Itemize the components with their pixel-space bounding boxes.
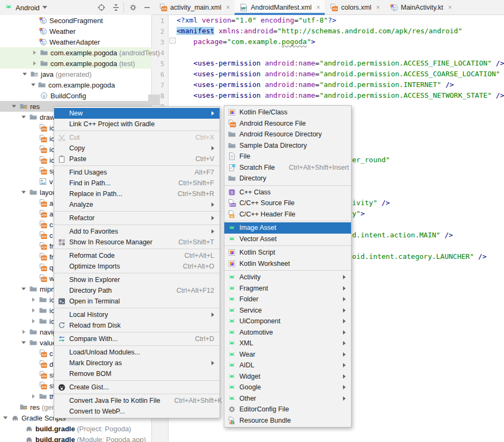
submenu-item-c-c-source-file[interactable]: C++C/C++ Source File — [224, 198, 351, 209]
chevron-down-icon[interactable] — [21, 71, 28, 77]
chevron-down-icon[interactable] — [11, 103, 17, 110]
collapse-all-icon[interactable] — [112, 3, 120, 12]
chevron-right-icon[interactable] — [31, 60, 38, 67]
submenu-item-scratch-file[interactable]: Scratch FileCtrl+Alt+Shift+Insert — [224, 162, 351, 173]
chevron-down-icon[interactable] — [2, 415, 9, 421]
menu-item-convert-to-webp[interactable]: Convert to WebP... — [54, 406, 220, 417]
tree-item-buildconfig[interactable]: cBuildConfig — [0, 90, 152, 101]
submenu-item-directory[interactable]: Directory — [224, 173, 351, 184]
submenu-item-folder[interactable]: Folder — [224, 294, 351, 305]
close-tab-icon[interactable]: × — [316, 4, 320, 11]
menu-item-mark-directory-as[interactable]: Mark Directory as — [54, 358, 220, 368]
submenu-item-image-asset[interactable]: Image Asset — [224, 222, 351, 234]
chevron-right-icon[interactable] — [31, 49, 38, 56]
tree-item-weather[interactable]: CWeather — [0, 26, 152, 37]
submenu-item-sample-data-directory[interactable]: Sample Data Directory — [224, 140, 351, 151]
chevron-right-icon[interactable] — [30, 307, 36, 314]
menu-item-replace-in-path[interactable]: Replace in Path...Ctrl+Shift+R — [54, 189, 220, 199]
tab-activity-main-xml[interactable]: <>activity_main.xml× — [154, 0, 235, 15]
chevron-down-icon[interactable] — [30, 82, 36, 88]
menu-item-find-usages[interactable]: Find UsagesAlt+F7 — [54, 167, 220, 178]
submenu-item-android-resource-directory[interactable]: Android Resource Directory — [224, 129, 351, 140]
submenu-item-c-c-header-file[interactable]: HC/C++ Header File — [224, 209, 351, 220]
menu-item-label: Kotlin Worksheet — [239, 260, 346, 267]
fold-marker-icon[interactable]: - — [170, 38, 176, 44]
submenu-item-widget[interactable]: Widget — [224, 371, 351, 382]
submenu-item-resource-bundle[interactable]: Resource Bundle — [224, 415, 351, 426]
menu-item-reload-from-disk[interactable]: Reload from Disk — [54, 320, 220, 331]
submenu-item-wear[interactable]: Wear — [224, 349, 351, 360]
submenu-item-android-resource-file[interactable]: <>Android Resource File — [224, 118, 351, 129]
menu-item-show-in-resource-manager[interactable]: Show In Resource ManagerCtrl+Shift+T — [54, 237, 220, 248]
tab-androidmanifest-xml[interactable]: MFAndroidManifest.xml× — [235, 0, 325, 15]
android-icon — [228, 235, 237, 243]
submenu-item-aidl[interactable]: AIDL — [224, 360, 351, 371]
menu-item-compare-with[interactable]: Compare With...Ctrl+D — [54, 334, 220, 344]
chevron-right-icon[interactable] — [30, 318, 36, 324]
menu-item-optimize-imports[interactable]: Optimize ImportsCtrl+Alt+O — [54, 261, 220, 272]
hide-panel-icon[interactable] — [143, 3, 151, 12]
menu-item-paste[interactable]: PasteCtrl+V — [54, 154, 220, 164]
submenu-item-file[interactable]: File — [224, 151, 351, 162]
tree-item-com-example-pogoda-test[interactable]: com.example.pogoda (test) — [0, 58, 152, 69]
submenu-item-c-class[interactable]: SC++ Class — [224, 187, 351, 198]
tab-colors-xml[interactable]: <>colors.xml× — [325, 0, 384, 15]
menu-item-show-in-explorer[interactable]: Show in Explorer — [54, 274, 220, 285]
menu-item-label: Folder — [239, 295, 338, 303]
xml-icon: <> — [39, 231, 47, 240]
tree-item-com-example-pogoda[interactable]: com.example.pogoda — [0, 79, 152, 90]
menu-item-reformat-code[interactable]: Reformat CodeCtrl+Alt+L — [54, 250, 220, 261]
submenu-item-kotlin-worksheet[interactable]: Kotlin Worksheet — [224, 258, 351, 270]
menu-item-remove-bom[interactable]: Remove BOM — [54, 368, 220, 379]
menu-item-add-to-favorites[interactable]: Add to Favorites — [54, 226, 220, 237]
menu-item-convert-java-file-to-kotlin-file[interactable]: Convert Java File to Kotlin FileCtrl+Alt… — [54, 395, 220, 406]
chevron-right-icon[interactable] — [30, 296, 36, 303]
submenu-item-activity[interactable]: Activity — [224, 272, 351, 283]
submenu-item-kotlin-file-class[interactable]: Kotlin File/Class — [224, 107, 351, 118]
code-token: = — [273, 27, 277, 35]
submenu-arrow-icon — [343, 341, 346, 345]
chevron-down-icon[interactable] — [20, 286, 27, 292]
tree-item-build-gradle-module-pogoda-app[interactable]: build.gradle (Module: Pogoda.app) — [0, 434, 152, 442]
tree-scrollbar-thumb[interactable] — [148, 95, 160, 105]
menu-item-create-gist[interactable]: Create Gist... — [54, 382, 220, 393]
tree-item-com-example-pogoda-androidtest[interactable]: com.example.pogoda (androidTest) — [0, 47, 152, 58]
submenu-item-vector-asset[interactable]: Vector Asset — [224, 234, 351, 245]
menu-item-find-in-path[interactable]: Find in Path...Ctrl+Shift+F — [54, 178, 220, 189]
submenu-item-service[interactable]: Service — [224, 305, 351, 316]
tree-item-secondfragment[interactable]: CSecondFragment — [0, 15, 152, 26]
tree-item-build-gradle-project-pogoda[interactable]: build.gradle (Project: Pogoda) — [0, 423, 152, 434]
locate-icon[interactable] — [97, 3, 106, 12]
submenu-item-editorconfig-file[interactable]: EditorConfig File — [224, 404, 351, 415]
tree-item-weatheradapter[interactable]: CWeatherAdapter — [0, 37, 152, 47]
submenu-item-xml[interactable]: XML — [224, 338, 351, 349]
submenu-item-automotive[interactable]: Automotive — [224, 327, 351, 338]
submenu-item-uicomponent[interactable]: UiComponent — [224, 316, 351, 327]
menu-item-analyze[interactable]: Analyze — [54, 199, 220, 210]
menu-item-new[interactable]: New — [54, 108, 220, 119]
close-tab-icon[interactable]: × — [448, 4, 452, 11]
close-tab-icon[interactable]: × — [376, 4, 380, 11]
menu-item-copy[interactable]: Copy — [54, 143, 220, 154]
submenu-item-fragment[interactable]: Fragment — [224, 283, 351, 294]
tree-item-java-generated[interactable]: java (generated) — [0, 69, 152, 79]
chevron-right-icon[interactable] — [30, 393, 36, 400]
submenu-item-google[interactable]: Google — [224, 382, 351, 393]
submenu-item-other[interactable]: Other — [224, 393, 351, 404]
chevron-down-icon[interactable] — [20, 189, 27, 195]
project-view-selector[interactable]: Android — [4, 2, 47, 13]
menu-item-cut[interactable]: CutCtrl+X — [54, 132, 220, 143]
tab-mainactivity-kt[interactable]: CMainActivity.kt× — [385, 0, 457, 15]
submenu-item-kotlin-script[interactable]: Kotlin Script — [224, 247, 351, 258]
menu-item-load-unload-modules[interactable]: Load/Unload Modules... — [54, 347, 220, 358]
settings-gear-icon[interactable] — [129, 3, 137, 12]
close-tab-icon[interactable]: × — [226, 4, 230, 11]
menu-item-local-history[interactable]: Local History — [54, 309, 220, 320]
menu-item-link-c-project-with-gradle[interactable]: Link C++ Project with Gradle — [54, 119, 220, 129]
chevron-right-icon[interactable] — [20, 329, 27, 335]
chevron-down-icon[interactable] — [20, 114, 27, 120]
menu-item-refactor[interactable]: Refactor — [54, 213, 220, 223]
menu-item-open-in-terminal[interactable]: Open in Terminal — [54, 296, 220, 307]
chevron-down-icon[interactable] — [20, 339, 27, 346]
menu-item-directory-path[interactable]: Directory PathCtrl+Alt+F12 — [54, 285, 220, 296]
